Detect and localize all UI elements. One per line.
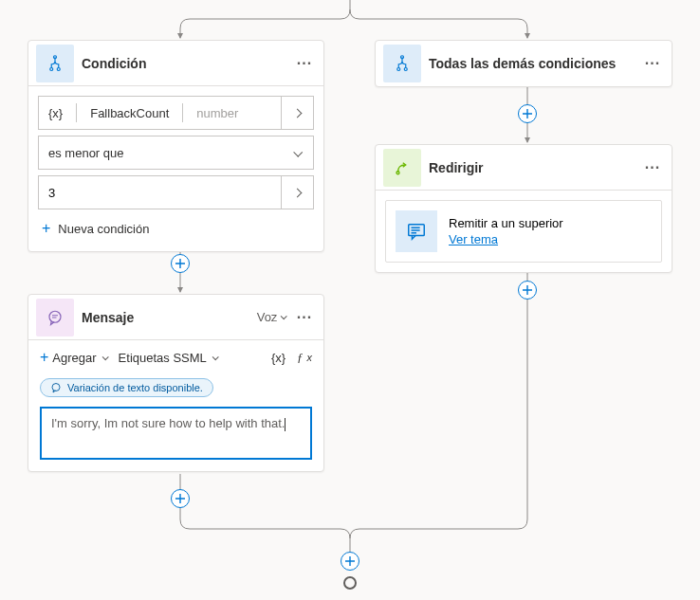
add-node-button[interactable] <box>171 489 190 508</box>
add-node-button[interactable] <box>518 104 537 123</box>
condition-more-button[interactable]: ··· <box>293 52 316 75</box>
ssml-dropdown[interactable]: Etiquetas SSML <box>119 351 217 365</box>
condition-variable-row[interactable]: {x} FallbackCount number <box>38 96 314 130</box>
condition-value-row[interactable] <box>38 175 314 209</box>
add-node-button[interactable] <box>171 254 190 273</box>
insert-variable-button[interactable]: {x} <box>271 351 286 365</box>
condition-operator-row[interactable]: es menor que <box>38 136 314 170</box>
escalate-link[interactable]: Ver tema <box>449 232 498 246</box>
message-header: Mensaje Voz ··· <box>28 295 323 340</box>
add-condition-label: Nueva condición <box>58 222 149 236</box>
text-variation-chip[interactable]: Variación de texto disponible. <box>40 378 213 397</box>
condition-value-input[interactable] <box>39 176 281 209</box>
svg-point-3 <box>397 68 400 71</box>
variable-chevron-icon[interactable] <box>281 97 313 129</box>
operator-value: es menor que <box>39 146 281 160</box>
branch-icon <box>36 45 74 82</box>
chevron-down-icon <box>101 354 108 360</box>
escalate-label: Remitir a un superior <box>449 216 563 230</box>
svg-point-0 <box>50 67 53 70</box>
other-conditions-title: Todas las demás condiciones <box>429 56 641 71</box>
other-conditions-header: Todas las demás condiciones ··· <box>376 41 672 86</box>
svg-point-9 <box>52 384 60 391</box>
chat-icon <box>396 210 437 252</box>
message-more-button[interactable]: ··· <box>293 306 316 329</box>
chevron-down-icon <box>212 354 218 360</box>
condition-body: {x} FallbackCount number es menor que + … <box>28 86 323 251</box>
redirect-header: Redirigir ··· <box>376 145 672 191</box>
redirect-title: Redirigir <box>429 160 641 175</box>
variable-type: number <box>196 106 238 120</box>
variable-token-icon: {x} <box>48 106 63 120</box>
svg-point-6 <box>396 171 399 173</box>
condition-card[interactable]: Condición ··· {x} FallbackCount number e… <box>28 40 324 252</box>
plus-icon: + <box>42 221 50 236</box>
svg-point-8 <box>49 311 61 322</box>
plus-icon: + <box>40 350 48 365</box>
add-condition-button[interactable]: + Nueva condición <box>38 215 314 242</box>
insert-formula-button[interactable]: ƒx <box>297 350 312 365</box>
message-text-input[interactable]: I'm sorry, Im not sure how to help with … <box>40 407 312 460</box>
escalate-row[interactable]: Remitir a un superior Ver tema <box>385 200 662 263</box>
redirect-icon <box>383 149 421 187</box>
add-node-button[interactable] <box>341 552 359 571</box>
condition-title: Condición <box>82 56 293 71</box>
operator-chevron-icon <box>281 150 313 156</box>
message-toolbar: + Agregar Etiquetas SSML {x} ƒx <box>28 340 323 374</box>
message-title: Mensaje <box>82 310 257 325</box>
message-mode-dropdown[interactable]: Voz <box>257 310 286 324</box>
end-node <box>343 576 357 590</box>
value-chevron-icon[interactable] <box>281 176 313 209</box>
add-node-button[interactable] <box>518 281 537 300</box>
redirect-more-button[interactable]: ··· <box>641 156 664 179</box>
branch-icon <box>383 45 421 82</box>
variable-name: FallbackCount <box>90 106 169 120</box>
redirect-card[interactable]: Redirigir ··· Remitir a un superior Ver … <box>375 144 672 273</box>
svg-point-1 <box>57 67 60 70</box>
other-conditions-card[interactable]: Todas las demás condiciones ··· <box>375 40 672 87</box>
add-button[interactable]: + Agregar <box>40 350 107 365</box>
svg-point-4 <box>404 68 407 71</box>
other-conditions-more-button[interactable]: ··· <box>641 52 664 75</box>
condition-header: Condición ··· <box>28 41 323 86</box>
message-icon <box>36 299 74 336</box>
message-card[interactable]: Mensaje Voz ··· + Agregar Etiquetas SSML… <box>28 294 324 472</box>
chat-bubble-icon <box>50 382 62 393</box>
